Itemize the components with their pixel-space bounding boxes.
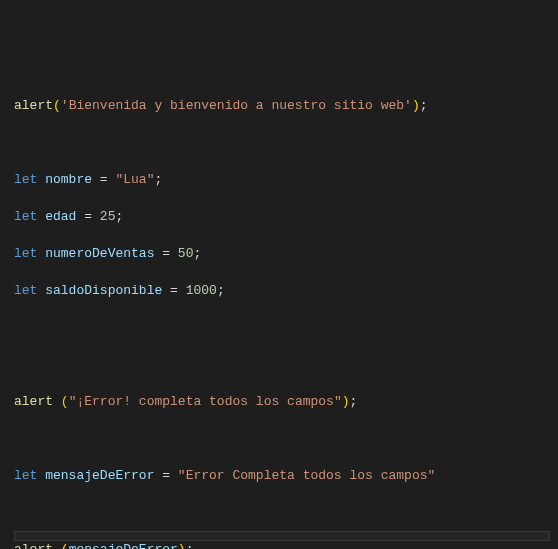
blank-line: [14, 319, 558, 338]
blank-line: [14, 504, 558, 523]
blank-line: [14, 134, 558, 153]
variable: nombre: [45, 172, 92, 187]
horizontal-scrollbar[interactable]: [14, 531, 550, 541]
keyword-let: let: [14, 468, 37, 483]
blank-line: [14, 430, 558, 449]
keyword-let: let: [14, 172, 37, 187]
code-line: alert('Bienvenida y bienvenido a nuestro…: [14, 97, 558, 116]
semicolon: ;: [420, 98, 428, 113]
number-literal: 25: [100, 209, 116, 224]
variable: numeroDeVentas: [45, 246, 154, 261]
function-call: alert: [14, 98, 53, 113]
keyword-let: let: [14, 209, 37, 224]
paren-open: (: [53, 98, 61, 113]
variable: mensajeDeError: [45, 468, 154, 483]
code-line: let edad = 25;: [14, 208, 558, 227]
variable: mensajeDeError: [69, 542, 178, 550]
keyword-let: let: [14, 246, 37, 261]
paren-close: ): [412, 98, 420, 113]
number-literal: 50: [178, 246, 194, 261]
code-line: let nombre = "Lua";: [14, 171, 558, 190]
variable: edad: [45, 209, 76, 224]
code-line: alert (mensajeDeError);: [14, 541, 558, 550]
keyword-let: let: [14, 283, 37, 298]
function-call: alert: [14, 394, 53, 409]
code-line: alert ("¡Error! completa todos los campo…: [14, 393, 558, 412]
string-literal: "¡Error! completa todos los campos": [69, 394, 342, 409]
string-literal: "Lua": [115, 172, 154, 187]
variable: saldoDisponible: [45, 283, 162, 298]
code-line: let mensajeDeError = "Error Completa tod…: [14, 467, 558, 486]
code-line: let numeroDeVentas = 50;: [14, 245, 558, 264]
blank-line: [14, 356, 558, 375]
function-call: alert: [14, 542, 53, 550]
number-literal: 1000: [186, 283, 217, 298]
string-literal: 'Bienvenida y bienvenido a nuestro sitio…: [61, 98, 412, 113]
code-editor[interactable]: alert('Bienvenida y bienvenido a nuestro…: [14, 78, 558, 549]
string-literal: "Error Completa todos los campos": [178, 468, 435, 483]
code-line: let saldoDisponible = 1000;: [14, 282, 558, 301]
